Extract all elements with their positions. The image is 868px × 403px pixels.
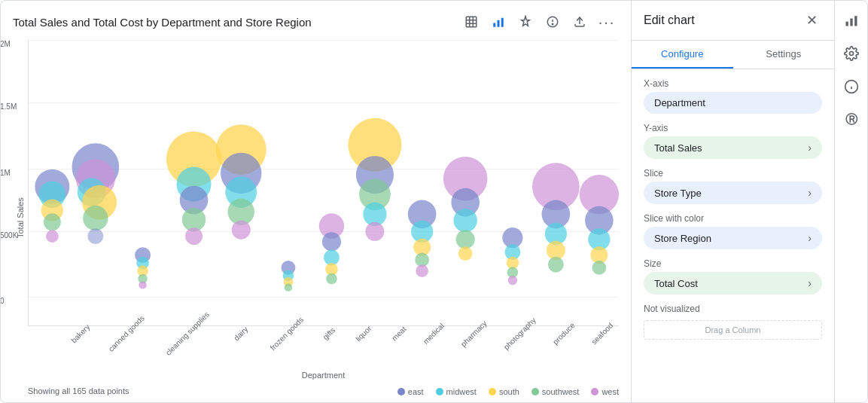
tab-settings[interactable]: Settings: [733, 41, 835, 69]
svg-point-27: [139, 281, 146, 289]
y-label-0: 0: [0, 297, 5, 305]
x-axis-title: Department: [302, 371, 345, 380]
y-axis-label: Total Sales: [13, 40, 28, 396]
bar-chart-side-button[interactable]: [838, 7, 865, 34]
slice-chevron-icon: ›: [808, 187, 812, 199]
chart-area: Total Sales and Total Cost by Department…: [1, 1, 631, 402]
y-axis-field-value[interactable]: Total Sales ›: [644, 136, 822, 159]
toolbar: ···: [459, 10, 619, 34]
legend-dot-midwest: [436, 388, 443, 395]
bottom-section: bakery canned goods cleaning supplies da…: [28, 328, 619, 396]
svg-point-51: [365, 222, 384, 241]
table-view-button[interactable]: [459, 10, 483, 34]
not-visualized-label: Not visualized: [644, 304, 822, 314]
svg-point-10: [552, 23, 553, 25]
settings-side-button[interactable]: [838, 40, 865, 67]
y-label-1-5m: 1.5M: [0, 102, 17, 111]
y-axis-field-label: Y-axis: [644, 123, 822, 133]
legend: east midwest south: [397, 387, 619, 396]
close-panel-button[interactable]: ✕: [801, 10, 822, 31]
slice-field-label: Slice: [644, 168, 822, 179]
svg-point-16: [46, 230, 59, 243]
x-axis-field-label: X-axis: [644, 78, 822, 89]
chart-view-button[interactable]: [486, 10, 510, 34]
y-axis-chevron-icon: ›: [808, 142, 812, 154]
chart-content: 2M 1.5M 1M 500K 0: [28, 40, 619, 396]
svg-rect-78: [850, 19, 852, 26]
size-field-label: Size: [644, 258, 822, 269]
side-icons-panel: Ⓡ: [834, 1, 867, 402]
svg-point-43: [322, 232, 341, 251]
svg-rect-77: [845, 22, 848, 26]
svg-point-56: [416, 264, 428, 277]
edit-panel: Edit chart ✕ Configure Settings X-axis D…: [631, 1, 834, 402]
export-button[interactable]: [568, 10, 592, 34]
svg-point-59: [453, 209, 477, 232]
svg-point-15: [44, 213, 61, 231]
svg-point-66: [508, 276, 518, 285]
bubble-chart: 2M 1.5M 1M 500K 0: [28, 40, 619, 326]
panel-title: Edit chart: [644, 14, 695, 27]
y-label-1m: 1M: [0, 169, 11, 177]
legend-midwest: midwest: [436, 387, 477, 396]
info-side-button[interactable]: [838, 73, 865, 100]
r-logo-side-button[interactable]: Ⓡ: [838, 106, 865, 133]
svg-point-46: [326, 273, 337, 285]
svg-point-37: [232, 221, 251, 240]
size-chevron-icon: ›: [808, 277, 812, 289]
slice-value-text: Store Type: [654, 188, 702, 199]
svg-point-80: [849, 52, 853, 56]
slice-section: Slice Store Type ›: [644, 168, 822, 204]
y-axis-value-text: Total Sales: [654, 142, 702, 154]
legend-south: south: [489, 387, 519, 396]
svg-rect-79: [854, 16, 857, 26]
not-visualized-section: Not visualized Drag a Column: [644, 304, 822, 340]
slice-color-chevron-icon: ›: [808, 232, 812, 244]
y-label-500k: 500K: [0, 231, 17, 240]
pin-button[interactable]: [513, 10, 538, 34]
svg-point-32: [185, 227, 203, 245]
legend-west: west: [591, 387, 619, 396]
legend-label-east: east: [408, 387, 424, 396]
panel-tabs: Configure Settings: [632, 41, 834, 69]
legend-southwest: southwest: [531, 387, 580, 396]
chart-title: Total Sales and Total Cost by Department…: [13, 16, 312, 29]
svg-rect-5: [493, 23, 495, 27]
data-note: Showing all 165 data points: [28, 386, 129, 395]
legend-dot-east: [397, 388, 405, 395]
svg-point-60: [456, 230, 475, 249]
slice-color-field-value[interactable]: Store Region ›: [644, 227, 822, 249]
slice-color-field-label: Slice with color: [644, 213, 822, 224]
legend-label-southwest: southwest: [542, 387, 580, 396]
size-value-text: Total Cost: [654, 278, 698, 289]
y-axis-section: Y-axis Total Sales ›: [644, 123, 822, 159]
slice-field-value[interactable]: Store Type ›: [644, 182, 822, 204]
svg-point-61: [458, 246, 473, 261]
panel-body: X-axis Department Y-axis Total Sales › S…: [632, 69, 834, 402]
svg-point-76: [592, 261, 606, 275]
slice-color-value-text: Store Region: [654, 233, 711, 244]
y-label-2m: 2M: [0, 40, 11, 48]
drag-column-hint: Drag a Column: [644, 320, 822, 340]
x-axis-value-text: Department: [654, 97, 705, 108]
more-options-button[interactable]: ···: [595, 10, 619, 34]
svg-point-71: [548, 257, 564, 273]
legend-east: east: [397, 387, 424, 396]
size-section: Size Total Cost ›: [644, 258, 822, 295]
legend-label-midwest: midwest: [446, 387, 477, 396]
tab-configure[interactable]: Configure: [632, 41, 733, 69]
svg-rect-7: [501, 18, 504, 27]
size-field-value[interactable]: Total Cost ›: [644, 272, 822, 295]
panel-header: Edit chart ✕: [632, 1, 834, 41]
svg-point-22: [87, 228, 103, 244]
x-axis-field-value[interactable]: Department: [644, 92, 822, 114]
svg-point-41: [285, 283, 292, 291]
legend-label-south: south: [499, 387, 519, 396]
insights-button[interactable]: [541, 10, 565, 34]
legend-label-west: west: [602, 387, 619, 396]
svg-point-21: [83, 206, 108, 231]
svg-rect-6: [498, 20, 500, 27]
chart-header: Total Sales and Total Cost by Department…: [13, 10, 619, 34]
legend-dot-south: [489, 388, 496, 395]
x-axis-section: X-axis Department: [644, 78, 822, 114]
